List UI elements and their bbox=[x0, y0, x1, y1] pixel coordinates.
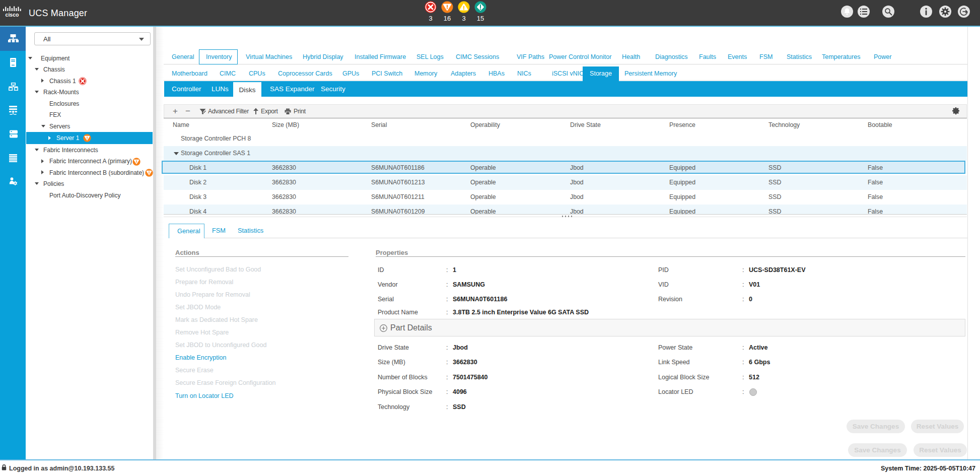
svg-text:cisco: cisco bbox=[6, 12, 19, 18]
